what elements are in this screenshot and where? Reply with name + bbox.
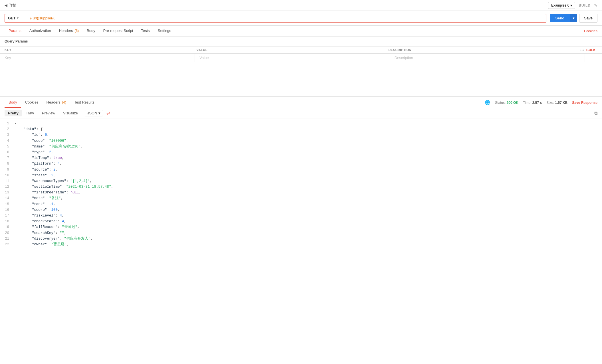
json-line-5: 5 "name": "供应商名称1236", xyxy=(0,144,602,149)
size-value: 1.57 KB xyxy=(555,101,567,105)
back-label: 详情 xyxy=(9,3,17,8)
json-line-4: 4 "code": "100006", xyxy=(0,138,602,144)
json-line-10: 10 "state": 2, xyxy=(0,173,602,178)
tab-params[interactable]: Params xyxy=(5,26,25,36)
cookies-link[interactable]: Cookies xyxy=(584,26,597,36)
send-button-group: Send ▾ xyxy=(550,14,577,22)
send-dropdown-icon: ▾ xyxy=(573,16,575,20)
request-tab-bar: Params Authorization Headers (6) Body Pr… xyxy=(0,26,602,37)
edit-icon[interactable]: ✎ xyxy=(594,3,597,8)
format-visualize-button[interactable]: Visualize xyxy=(60,110,81,116)
value-column-header: VALUE xyxy=(197,48,389,52)
params-actions: ••• Bulk xyxy=(580,48,597,52)
format-pretty-button[interactable]: Pretty xyxy=(5,110,22,116)
value-placeholder[interactable]: Value xyxy=(195,54,390,62)
tab-prerequest[interactable]: Pre-request Script xyxy=(99,26,137,36)
json-line-13: 13 "firstOrderTime": null, xyxy=(0,190,602,195)
response-tab-bar: Body Cookies Headers (4) Test Results 🌐 … xyxy=(0,97,602,108)
tab-bar-right: Cookies xyxy=(584,29,597,33)
examples-label: Examples xyxy=(551,3,566,7)
json-line-14: 14 "note": "备注", xyxy=(0,195,602,201)
examples-chevron-icon: ▾ xyxy=(570,3,572,7)
params-table: KEY VALUE DESCRIPTION ••• Bulk Key Value… xyxy=(0,46,602,62)
json-line-12: 12 "settleInTime": "2021-03-31 18:57:48"… xyxy=(0,184,602,190)
globe-icon: 🌐 xyxy=(485,100,490,105)
top-bar-right: Examples 0 ▾ BUILD ✎ xyxy=(548,2,597,9)
format-preview-button[interactable]: Preview xyxy=(39,110,58,116)
status-value: 200 OK xyxy=(507,101,518,105)
description-column-header: DESCRIPTION xyxy=(388,48,580,52)
status-container: Status: 200 OK xyxy=(495,101,518,105)
json-body: 1 { 2 "data": { 3 "id": 6, 4 "code": "10… xyxy=(0,118,602,364)
format-raw-button[interactable]: Raw xyxy=(23,110,37,116)
row-actions xyxy=(585,54,602,62)
back-navigation[interactable]: ◀ 详情 xyxy=(5,3,17,8)
time-container: Time: 2.57 s xyxy=(523,101,542,105)
method-chevron-icon: ▾ xyxy=(17,16,19,20)
bulk-edit-label[interactable]: Bulk xyxy=(586,48,596,52)
send-dropdown-button[interactable]: ▾ xyxy=(570,14,577,22)
tab-body[interactable]: Body xyxy=(83,26,99,36)
more-options-icon[interactable]: ••• xyxy=(580,48,584,52)
json-line-18: 18 "checkState": 4, xyxy=(0,219,602,224)
key-placeholder[interactable]: Key xyxy=(0,54,195,62)
status-label: Status: xyxy=(495,101,506,105)
method-selector[interactable]: GET ▾ xyxy=(5,14,27,23)
send-button[interactable]: Send xyxy=(550,14,570,22)
json-line-15: 15 "rank": -1, xyxy=(0,201,602,207)
json-line-6: 6 "type": 2, xyxy=(0,149,602,155)
tab-response-cookies[interactable]: Cookies xyxy=(21,97,43,108)
tab-tests[interactable]: Tests xyxy=(137,26,154,36)
tab-authorization[interactable]: Authorization xyxy=(25,26,55,36)
url-input[interactable] xyxy=(27,14,546,23)
tab-settings[interactable]: Settings xyxy=(154,26,175,36)
time-value: 2.57 s xyxy=(532,101,542,105)
json-line-21: 21 "discoveryer": "供应商开发人", xyxy=(0,236,602,242)
back-arrow-icon: ◀ xyxy=(5,3,7,7)
json-line-19: 19 "failReason": "未通过", xyxy=(0,224,602,230)
wrap-icon[interactable]: ⇌ xyxy=(106,110,110,116)
json-line-22: 22 "owner": "曹思掰", xyxy=(0,242,602,247)
save-button[interactable]: Save xyxy=(579,14,597,23)
params-empty-row: Key Value Description xyxy=(0,54,602,62)
top-bar: ◀ 详情 Examples 0 ▾ BUILD ✎ xyxy=(0,0,602,11)
tab-response-body[interactable]: Body xyxy=(5,97,21,108)
json-line-16: 16 "score": 100, xyxy=(0,207,602,213)
response-meta: 🌐 Status: 200 OK Time: 2.57 s Size: 1.57… xyxy=(485,100,597,105)
format-bar: Pretty Raw Preview Visualize JSON ▾ ⇌ ⧉ xyxy=(0,108,602,118)
response-area: Body Cookies Headers (4) Test Results 🌐 … xyxy=(0,97,602,364)
save-response-button[interactable]: Save Response xyxy=(572,101,597,105)
json-type-label: JSON xyxy=(87,111,97,115)
request-bar: GET ▾ Send ▾ Save xyxy=(0,11,602,26)
examples-count: 0 xyxy=(567,3,569,7)
size-container: Size: 1.57 KB xyxy=(546,101,567,105)
json-line-9: 9 "source": 2, xyxy=(0,167,602,173)
query-params-title: Query Params xyxy=(0,37,602,46)
json-type-selector[interactable]: JSON ▾ xyxy=(85,110,103,116)
key-column-header: KEY xyxy=(5,48,197,52)
size-label: Size: xyxy=(546,101,554,105)
params-header-row: KEY VALUE DESCRIPTION ••• Bulk xyxy=(0,46,602,54)
description-placeholder[interactable]: Description xyxy=(390,54,585,62)
build-button[interactable]: BUILD xyxy=(579,3,591,7)
json-line-17: 17 "riskLevel": 4, xyxy=(0,213,602,219)
json-line-1: 1 { xyxy=(0,121,602,126)
json-type-chevron-icon: ▾ xyxy=(98,111,100,115)
json-line-3: 3 "id": 6, xyxy=(0,132,602,138)
examples-button[interactable]: Examples 0 ▾ xyxy=(548,2,575,9)
tab-headers[interactable]: Headers (6) xyxy=(55,26,83,36)
params-spacer xyxy=(0,62,602,96)
tab-response-test-results[interactable]: Test Results xyxy=(70,97,98,108)
request-area: GET ▾ Send ▾ Save Params Authorization H… xyxy=(0,11,602,97)
json-line-11: 11 "warehouseTypes": "[1,2,4]", xyxy=(0,178,602,184)
method-label: GET xyxy=(8,16,16,20)
time-label: Time: xyxy=(523,101,532,105)
copy-icon[interactable]: ⧉ xyxy=(594,111,597,116)
json-line-2: 2 "data": { xyxy=(0,126,602,132)
tab-response-headers[interactable]: Headers (4) xyxy=(43,97,70,108)
json-line-20: 20 "searchKey": "", xyxy=(0,230,602,236)
json-line-7: 7 "isTemp": true, xyxy=(0,155,602,161)
main-layout: GET ▾ Send ▾ Save Params Authorization H… xyxy=(0,11,602,364)
json-line-8: 8 "platform": 4, xyxy=(0,161,602,167)
